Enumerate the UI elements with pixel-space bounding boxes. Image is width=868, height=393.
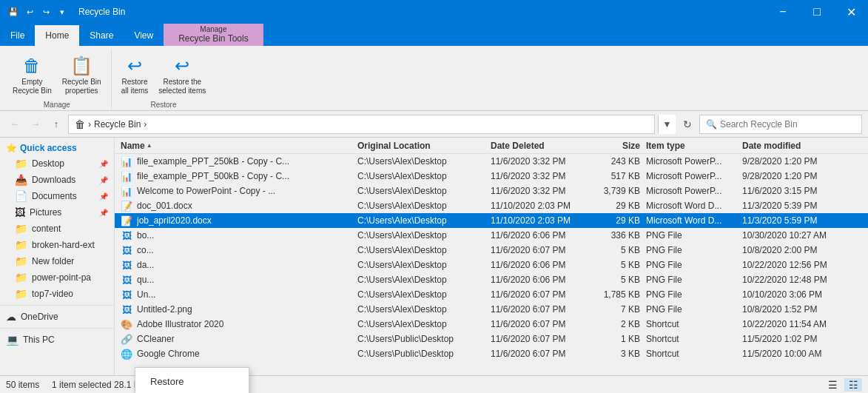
sidebar-quick-access-label: Quick access — [20, 143, 77, 153]
file-size-cell: 5 KB — [591, 260, 643, 270]
qat-icon-redo[interactable]: ↪ — [38, 4, 53, 19]
close-button[interactable]: ✕ — [834, 0, 868, 24]
file-type: PNG File — [646, 260, 682, 270]
sidebar-item-downloads[interactable]: 📥 Downloads 📌 — [0, 172, 114, 188]
table-row[interactable]: 🖼 Un... C:\Users\Alex\Desktop 11/6/2020 … — [115, 287, 868, 302]
forward-button[interactable]: → — [27, 115, 44, 133]
sidebar-item-top7-video[interactable]: 📁 top7-video — [0, 286, 114, 302]
sidebar: ⭐ Quick access 📁 Desktop 📌 📥 Downloads 📌… — [0, 138, 115, 375]
sidebar-item-thispc[interactable]: 💻 This PC — [0, 332, 114, 348]
table-row[interactable]: 📝 job_april2020.docx C:\Users\Alex\Deskt… — [115, 213, 868, 228]
file-modified: 10/22/2020 12:56 PM — [742, 260, 827, 270]
qat-icon-undo[interactable]: ↩ — [22, 4, 37, 19]
file-location: C:\Users\Alex\Desktop — [357, 275, 447, 285]
sidebar-item-onedrive[interactable]: ☁ OneDrive — [0, 309, 114, 325]
col-header-name[interactable]: Name ▲ — [118, 141, 354, 151]
table-row[interactable]: 🖼 da... C:\Users\Alex\Desktop 11/6/2020 … — [115, 258, 868, 272]
file-name: qu... — [137, 275, 154, 285]
file-size-cell: 2 KB — [591, 319, 643, 329]
file-deleted-cell: 11/10/2020 2:03 PM — [488, 215, 591, 226]
table-row[interactable]: 📊 Welcome to PowerPoint - Copy - ... C:\… — [115, 184, 868, 198]
table-row[interactable]: 🌐 Google Chrome C:\Users\Public\Desktop … — [115, 346, 868, 361]
file-location: C:\Users\Alex\Desktop — [357, 215, 447, 226]
qat-dropdown[interactable]: ▾ — [55, 4, 70, 19]
status-bar: 50 items 1 item selected 28.1 KB ☰ ☷ — [0, 375, 868, 393]
item-count: 50 items — [6, 380, 39, 390]
maximize-button[interactable]: □ — [800, 0, 834, 24]
file-list[interactable]: 📊 file_example_PPT_250kB - Copy - C... C… — [115, 154, 868, 375]
tab-home[interactable]: Home — [35, 25, 79, 46]
sidebar-divider-2 — [0, 328, 114, 329]
file-size-cell: 7 KB — [591, 304, 643, 315]
sidebar-item-desktop[interactable]: 📁 Desktop 📌 — [0, 155, 114, 172]
sidebar-item-broken-hard-ext[interactable]: 📁 broken-hard-ext — [0, 237, 114, 253]
table-row[interactable]: 📊 file_example_PPT_500kB - Copy - C... C… — [115, 169, 868, 184]
file-deleted-cell: 11/6/2020 6:07 PM — [488, 289, 591, 300]
restore-selected-button[interactable]: ↩ Restore theselected items — [155, 52, 209, 98]
sidebar-item-pictures[interactable]: 🖼 Pictures 📌 — [0, 204, 114, 221]
table-row[interactable]: 🎨 Adobe Illustrator 2020 C:\Users\Alex\D… — [115, 317, 868, 332]
file-icon: 🖼 — [121, 274, 132, 286]
file-location-cell: C:\Users\Alex\Desktop — [354, 319, 488, 329]
sidebar-item-power-point-pa[interactable]: 📁 power-point-pa — [0, 269, 114, 286]
table-row[interactable]: 🔗 CCleaner C:\Users\Public\Desktop 11/6/… — [115, 332, 868, 346]
search-input[interactable] — [720, 119, 855, 130]
col-header-size[interactable]: Size — [591, 141, 643, 151]
col-header-type[interactable]: Item type — [643, 141, 739, 151]
tab-share[interactable]: Share — [79, 25, 124, 46]
address-dropdown[interactable]: ▼ — [658, 115, 676, 134]
back-button[interactable]: ← — [6, 115, 24, 133]
file-modified: 10/8/2020 1:52 PM — [742, 304, 817, 315]
list-view-button[interactable]: ☷ — [844, 378, 862, 392]
file-type: Microsoft PowerP... — [646, 171, 721, 181]
tab-file[interactable]: File — [0, 25, 35, 46]
file-modified: 11/3/2020 5:39 PM — [742, 201, 817, 211]
sort-arrow-name: ▲ — [147, 142, 152, 149]
col-header-location[interactable]: Original Location — [354, 141, 488, 151]
restore-all-button[interactable]: ↩ Restoreall items — [118, 52, 152, 98]
file-deleted: 11/6/2020 6:07 PM — [491, 349, 565, 359]
sidebar-item-label-top7: top7-video — [32, 289, 73, 299]
sidebar-item-content[interactable]: 📁 content — [0, 221, 114, 237]
file-name-cell: 🖼 qu... — [118, 274, 354, 286]
table-row[interactable]: 📝 doc_001.docx C:\Users\Alex\Desktop 11/… — [115, 198, 868, 213]
folder-icon: 📥 — [15, 174, 27, 186]
table-row[interactable]: 🖼 qu... C:\Users\Alex\Desktop 11/6/2020 … — [115, 272, 868, 287]
context-menu-restore[interactable]: Restore — [135, 371, 249, 392]
file-icon: 🖼 — [121, 229, 132, 241]
ribbon-group-restore-items: ↩ Restoreall items ↩ Restore theselected… — [118, 52, 210, 101]
table-row[interactable]: 📊 file_example_PPT_250kB - Copy - C... C… — [115, 154, 868, 169]
file-name-cell: 📊 Welcome to PowerPoint - Copy - ... — [118, 185, 354, 197]
sidebar-quick-access-header[interactable]: ⭐ Quick access — [0, 141, 114, 155]
empty-recycle-bin-button[interactable]: 🗑 EmptyRecycle Bin — [9, 52, 55, 98]
refresh-button[interactable]: ↻ — [679, 115, 696, 133]
sidebar-item-label-broken: broken-hard-ext — [32, 240, 95, 250]
address-bar: ← → ↑ 🗑 › Recycle Bin › ▼ ↻ 🔍 — [0, 111, 868, 138]
col-header-modified[interactable]: Date modified — [739, 141, 835, 151]
sidebar-item-documents[interactable]: 📄 Documents 📌 — [0, 188, 114, 204]
qat-icon-save[interactable]: 💾 — [6, 4, 21, 19]
tab-view[interactable]: View — [124, 25, 164, 46]
table-row[interactable]: 🖼 bo... C:\Users\Alex\Desktop 11/6/2020 … — [115, 228, 868, 243]
file-type: PNG File — [646, 275, 682, 285]
sidebar-item-new-folder[interactable]: 📁 New folder — [0, 253, 114, 269]
file-name: Un... — [137, 289, 155, 300]
file-size-cell: 1,785 KB — [591, 289, 643, 300]
col-header-deleted[interactable]: Date Deleted — [488, 141, 591, 151]
file-location-cell: C:\Users\Alex\Desktop — [354, 215, 488, 226]
details-view-button[interactable]: ☰ — [824, 378, 841, 392]
file-modified-cell: 10/10/2020 3:06 PM — [739, 289, 835, 300]
empty-recycle-bin-icon: 🗑 — [23, 54, 41, 78]
recycle-bin-properties-button[interactable]: 📋 Recycle Binproperties — [58, 52, 105, 98]
minimize-button[interactable]: − — [766, 0, 800, 24]
folder-icon: 🖼 — [15, 206, 25, 218]
table-row[interactable]: 🖼 Untitled-2.png C:\Users\Alex\Desktop 1… — [115, 302, 868, 317]
tab-manage-wrapper[interactable]: Manage Recycle Bin Tools — [164, 24, 263, 46]
file-name-cell: 📝 doc_001.docx — [118, 200, 354, 212]
file-modified-cell: 9/28/2020 1:20 PM — [739, 156, 835, 167]
file-deleted: 11/10/2020 2:03 PM — [491, 215, 571, 226]
up-button[interactable]: ↑ — [47, 115, 65, 133]
address-path[interactable]: 🗑 › Recycle Bin › — [68, 115, 655, 134]
table-row[interactable]: 🖼 co... C:\Users\Alex\Desktop 11/6/2020 … — [115, 243, 868, 258]
sidebar-item-label-pictures: Pictures — [30, 207, 61, 218]
